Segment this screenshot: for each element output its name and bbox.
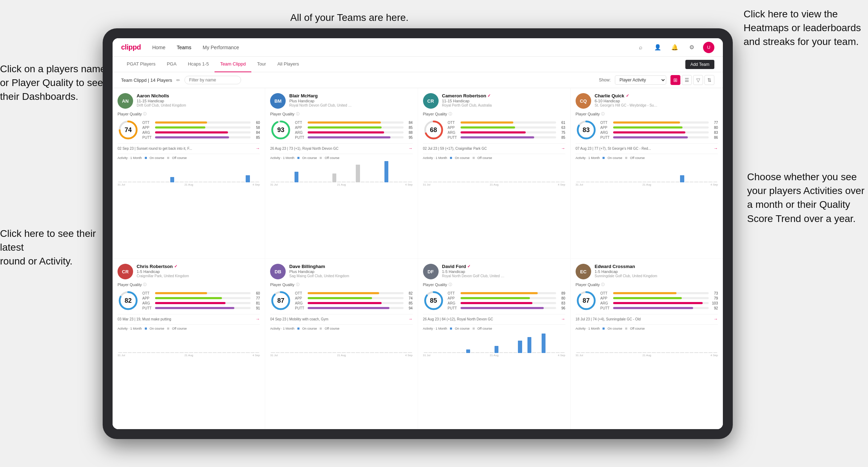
stat-value: 60 <box>253 291 260 295</box>
activities-annotation: Choose whether you seeyour players Activ… <box>747 170 864 226</box>
profile-icon[interactable]: 👤 <box>652 42 663 53</box>
stat-row: PUTT 85 <box>448 136 565 139</box>
player-name[interactable]: Edward Crossman <box>595 264 718 269</box>
stat-label: APP <box>448 126 458 130</box>
latest-round[interactable]: 18 Jul 23 | 74 (+4), Sunningdale GC - Ol… <box>576 314 718 321</box>
player-name[interactable]: Chris Robertson ✓ <box>137 264 260 269</box>
off-course-dot <box>625 157 627 159</box>
stat-bar <box>613 131 685 133</box>
quality-circle[interactable]: 83 <box>576 119 597 141</box>
chart-label-start: 31 Jul <box>118 183 125 186</box>
latest-round[interactable]: 26 Aug 23 | 84 (+12), Royal North Devon … <box>423 314 565 321</box>
player-name[interactable]: Dave Billingham <box>289 264 412 269</box>
player-info: David Ford ✓ 1-5 Handicap Royal North De… <box>442 264 565 278</box>
stat-label: PUTT <box>295 136 305 139</box>
player-club: Craigmillar Park, United Kingdom <box>137 274 200 278</box>
arrow-icon: → <box>714 146 718 151</box>
tab-pga[interactable]: PGA <box>161 57 182 72</box>
edit-icon[interactable]: ✏ <box>176 78 180 83</box>
info-icon[interactable]: ⓘ <box>449 112 452 116</box>
tab-all-players[interactable]: All Players <box>272 57 304 72</box>
stat-bar-container <box>461 136 556 138</box>
info-icon[interactable]: ⓘ <box>601 112 605 116</box>
tab-tour[interactable]: Tour <box>251 57 272 72</box>
quality-circle[interactable]: 85 <box>423 290 444 311</box>
grid-view-button[interactable]: ⊞ <box>670 75 680 85</box>
activity-label: Activity · 1 Month <box>118 156 142 160</box>
info-icon[interactable]: ⓘ <box>296 282 299 287</box>
info-icon[interactable]: ⓘ <box>449 282 452 287</box>
chart-label-start: 31 Jul <box>270 183 278 186</box>
stat-bar-container <box>613 121 709 124</box>
player-card[interactable]: DF David Ford ✓ 1-5 Handicap Royal North… <box>418 259 570 429</box>
player-card[interactable]: CR Cameron Robertson ✓ 11-15 Handicap Ro… <box>418 88 570 258</box>
player-card[interactable]: DB Dave Billingham Plus Handicap Sag Mai… <box>265 259 417 429</box>
player-name[interactable]: Cameron Robertson ✓ <box>442 93 565 98</box>
info-icon[interactable]: ⓘ <box>143 282 147 287</box>
quality-circle[interactable]: 82 <box>118 290 139 311</box>
quality-circle[interactable]: 68 <box>423 119 444 141</box>
player-club: St. George's Hill GC - Weybridge - Surre… <box>595 103 658 107</box>
quality-label: Player Quality ⓘ <box>423 282 565 287</box>
stat-value: 88 <box>406 131 413 135</box>
latest-round[interactable]: 07 Aug 23 | 77 (+7), St George's Hill GC… <box>576 143 718 151</box>
stat-bar-container <box>155 297 251 299</box>
show-select[interactable]: Player Activity Quality Score Trend <box>615 75 666 85</box>
quality-circle[interactable]: 74 <box>118 119 139 141</box>
player-card[interactable]: EC Edward Crossman 1-5 Handicap Sunningd… <box>571 259 723 429</box>
chart-label-mid: 21 Aug <box>184 354 193 357</box>
nav-performance[interactable]: My Performance <box>202 43 239 52</box>
nav-home[interactable]: Home <box>152 43 165 52</box>
tab-team-clippd[interactable]: Team Clippd <box>215 57 251 72</box>
quality-circle[interactable]: 87 <box>270 290 291 311</box>
settings-icon[interactable]: ⚙ <box>686 42 697 53</box>
activity-label: Activity · 1 Month <box>423 156 447 160</box>
info-icon[interactable]: ⓘ <box>143 112 147 116</box>
quality-circle[interactable]: 93 <box>270 119 291 141</box>
stat-bar-container <box>155 136 251 138</box>
nav-teams[interactable]: Teams <box>177 43 191 52</box>
arrow-icon: → <box>561 317 565 321</box>
info-icon[interactable]: ⓘ <box>296 112 299 116</box>
info-icon[interactable]: ⓘ <box>601 282 605 287</box>
player-avatar: AN <box>118 93 133 109</box>
stat-value: 83 <box>558 301 565 305</box>
stat-value: 84 <box>253 131 260 135</box>
latest-round[interactable]: 02 Jul 23 | 59 (+17), Craigmillar Park G… <box>423 143 565 151</box>
stat-row: APP 63 <box>448 126 565 130</box>
player-grid: AN Aaron Nicholls 11-15 Handicap Drift G… <box>113 88 723 429</box>
activity-section: Activity · 1 Month On course Off course … <box>118 154 260 186</box>
player-name[interactable]: Aaron Nicholls <box>137 93 260 98</box>
latest-round[interactable]: 03 Mar 23 | 19, Must make putting → <box>118 314 260 321</box>
tab-hcaps[interactable]: Hcaps 1-5 <box>182 57 215 72</box>
player-name[interactable]: Charlie Quick ✓ <box>595 93 718 98</box>
player-card[interactable]: BM Blair McHarg Plus Handicap Royal Nort… <box>265 88 417 258</box>
player-name[interactable]: Blair McHarg <box>289 93 412 98</box>
search-input[interactable] <box>184 76 241 84</box>
player-info: Blair McHarg Plus Handicap Royal North D… <box>289 93 412 107</box>
filter-button[interactable]: ▽ <box>693 75 703 85</box>
tab-pgat-players[interactable]: PGAT Players <box>121 57 161 72</box>
chart-label-start: 31 Jul <box>118 354 125 357</box>
latest-round[interactable]: 26 Aug 23 | 73 (+1), Royal North Devon G… <box>270 143 412 151</box>
quality-circle[interactable]: 87 <box>576 290 597 311</box>
stats-grid: OTT 84 APP 85 ARG <box>295 121 412 139</box>
notifications-icon[interactable]: 🔔 <box>669 42 680 53</box>
add-team-button[interactable]: Add Team <box>685 60 714 69</box>
list-view-button[interactable]: ☰ <box>682 75 692 85</box>
latest-round[interactable]: 04 Sep 23 | Mobility with coach, Gym → <box>270 314 412 321</box>
stat-label: OTT <box>142 291 153 295</box>
off-course-dot <box>320 157 322 159</box>
player-card[interactable]: CR Chris Robertson ✓ 1-5 Handicap Craigm… <box>113 259 265 429</box>
user-avatar[interactable]: U <box>703 42 714 53</box>
sort-button[interactable]: ⇅ <box>704 75 714 85</box>
mini-chart <box>576 332 718 353</box>
on-course-label: On course <box>455 327 470 330</box>
stat-label: ARG <box>600 301 611 305</box>
latest-round[interactable]: 02 Sep 23 | Sunset round to get back int… <box>118 143 260 151</box>
player-card[interactable]: CQ Charlie Quick ✓ 6-10 Handicap St. Geo… <box>571 88 723 258</box>
player-name[interactable]: David Ford ✓ <box>442 264 565 269</box>
player-card[interactable]: AN Aaron Nicholls 11-15 Handicap Drift G… <box>113 88 265 258</box>
stat-bar <box>461 297 530 299</box>
search-icon[interactable]: ⌕ <box>635 42 646 53</box>
